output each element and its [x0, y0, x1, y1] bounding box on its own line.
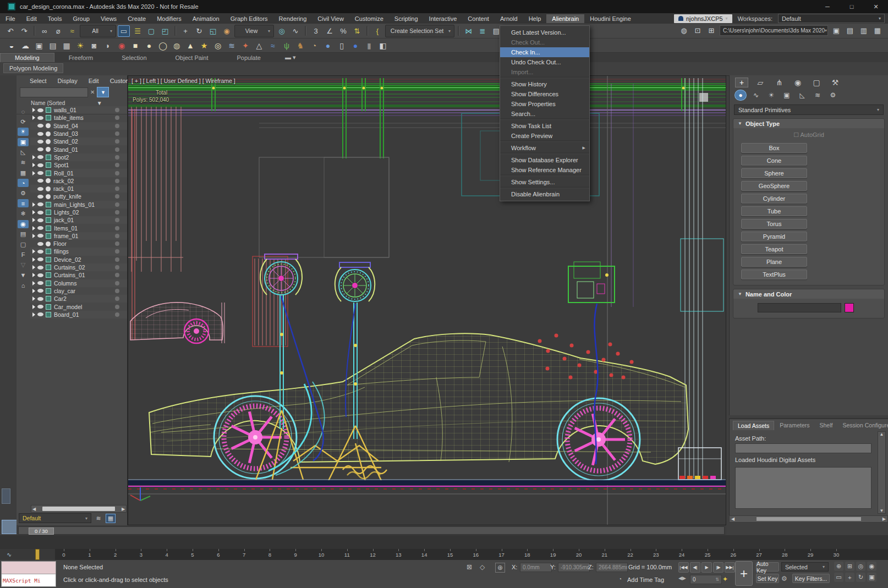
- visibility-eye-icon[interactable]: [37, 155, 43, 159]
- frozen-column-icon[interactable]: F: [18, 250, 29, 259]
- frozen-dot-icon[interactable]: [115, 194, 119, 199]
- asset-tracking-icon[interactable]: ▤: [844, 25, 856, 36]
- hierarchy-tab-icon[interactable]: ⋔: [772, 78, 786, 87]
- frozen-dot-icon[interactable]: [115, 281, 119, 285]
- explorer-hscrollbar[interactable]: ◀▶: [31, 505, 127, 513]
- frozen-dot-icon[interactable]: [115, 273, 119, 277]
- alienbrain-menu-item[interactable]: Show Reference Manager: [500, 165, 589, 175]
- maxscript-mini-listener[interactable]: MAXScript Mi: [1, 561, 56, 587]
- utilities-tab-icon[interactable]: ⚒: [829, 78, 842, 87]
- camera-create-icon[interactable]: ◙: [88, 40, 100, 51]
- current-frame-marker[interactable]: [35, 549, 40, 560]
- select-and-scale-icon[interactable]: ◱: [207, 25, 219, 37]
- project-folder-icon[interactable]: ▣: [830, 25, 842, 36]
- target-light-icon[interactable]: ◗: [102, 40, 114, 51]
- rack_01[interactable]: rack_01: [30, 185, 127, 193]
- add-create-button[interactable]: +: [735, 561, 753, 586]
- expand-arrow-icon[interactable]: [32, 265, 35, 270]
- go-to-start-button[interactable]: |◀◀: [678, 562, 689, 573]
- render-production-icon[interactable]: ⊞: [705, 25, 717, 36]
- menu-item[interactable]: Tools: [42, 14, 68, 23]
- angle-snap-icon[interactable]: ∠: [324, 25, 336, 37]
- frozen-dot-icon[interactable]: [115, 116, 119, 120]
- explorer-search-input[interactable]: [20, 87, 88, 97]
- primitive-button[interactable]: Teapot: [741, 244, 807, 254]
- frame-buffer-icon[interactable]: ▣: [33, 40, 45, 51]
- expand-arrow-icon[interactable]: [32, 155, 35, 160]
- file-reference-icon[interactable]: ▥: [858, 25, 870, 36]
- menu-item[interactable]: Help: [523, 14, 547, 23]
- maximize-viewport-icon[interactable]: ▣: [867, 573, 876, 582]
- space-warp-icon[interactable]: ≋: [226, 40, 238, 51]
- bone-tool-icon[interactable]: ✦: [239, 40, 251, 51]
- menu-item[interactable]: Views: [95, 14, 122, 23]
- selected-set-dropdown[interactable]: Selected: [781, 562, 829, 571]
- absolute-mode-icon[interactable]: ⊕: [495, 563, 505, 573]
- primitive-button[interactable]: GeoSphere: [741, 181, 807, 191]
- close-button[interactable]: ✕: [864, 0, 888, 13]
- containers-filter-icon[interactable]: ⌂: [18, 281, 29, 289]
- horse-model-icon[interactable]: ♞: [294, 40, 306, 51]
- walls_01[interactable]: walls_01: [30, 106, 127, 114]
- render-teapot-icon[interactable]: ◒: [6, 40, 18, 51]
- use-pivot-center-icon[interactable]: ◎: [276, 25, 288, 37]
- maxscript-listener-pane[interactable]: MAXScript Mi: [2, 574, 56, 586]
- foliage-icon[interactable]: ψ: [281, 40, 293, 51]
- current-frame-field[interactable]: 0⇅: [690, 575, 722, 584]
- render-setup-icon[interactable]: ◍: [678, 25, 690, 36]
- explorer-stack-icon[interactable]: ≋: [94, 514, 103, 523]
- Spot2[interactable]: Spot2: [30, 153, 127, 161]
- visibility-eye-icon[interactable]: [37, 108, 43, 112]
- houdini-tab[interactable]: Shelf: [815, 421, 837, 430]
- name-color-header[interactable]: ▼Name and Color: [733, 289, 884, 299]
- frame_01[interactable]: frame_01: [30, 232, 127, 240]
- alienbrain-menu-item[interactable]: Show Settings...: [500, 177, 589, 188]
- ribbon-tab[interactable]: Selection: [107, 53, 161, 62]
- render-list-icon[interactable]: ▤: [47, 40, 59, 51]
- zoom-all-icon[interactable]: ⊞: [845, 562, 854, 571]
- primitive-button[interactable]: Tube: [741, 206, 807, 216]
- project-path-field[interactable]: C:\Users\njohn\Documents\3ds Max 2020: [720, 25, 828, 36]
- select-and-rotate-icon[interactable]: ↻: [193, 25, 205, 37]
- named-selection-sets-icon[interactable]: {: [371, 25, 383, 37]
- undo-icon[interactable]: ↶: [4, 25, 17, 37]
- alienbrain-menu-item[interactable]: Show Task List: [500, 121, 589, 131]
- menu-item[interactable]: Group: [67, 14, 95, 23]
- reference-coordinate-dropdown[interactable]: View: [234, 25, 274, 37]
- Roll_01[interactable]: Roll_01: [30, 169, 127, 177]
- primitive-button[interactable]: Torus: [741, 219, 807, 229]
- Items_01[interactable]: Items_01: [30, 224, 127, 232]
- visibility-eye-icon[interactable]: [37, 202, 43, 206]
- frozen-dot-icon[interactable]: [115, 179, 119, 183]
- helpers-filter-icon[interactable]: ◺: [18, 148, 29, 156]
- maxscript-mini-icon[interactable]: ∿: [0, 549, 55, 560]
- Stand_01[interactable]: Stand_01: [30, 145, 127, 153]
- Stand_04[interactable]: Stand_04: [30, 122, 127, 130]
- menu-item[interactable]: Create: [122, 14, 151, 23]
- zoom-icon[interactable]: ⊕: [834, 562, 843, 571]
- menu-item[interactable]: Arnold: [495, 14, 523, 23]
- visibility-eye-icon[interactable]: [37, 226, 43, 230]
- clear-search-icon[interactable]: ✕: [90, 89, 95, 95]
- frozen-dot-icon[interactable]: [115, 202, 119, 207]
- expand-arrow-icon[interactable]: [32, 234, 35, 238]
- explorer-menu-item[interactable]: Display: [53, 77, 82, 85]
- menu-item[interactable]: Civil View: [312, 14, 349, 23]
- key-mode-toggle-icon[interactable]: ✦: [722, 575, 728, 583]
- physical-camera-icon[interactable]: ◉: [116, 40, 128, 51]
- snap-toggle-3d-icon[interactable]: 3: [310, 25, 322, 37]
- minimize-button[interactable]: ─: [815, 0, 840, 13]
- expand-arrow-icon[interactable]: [32, 218, 35, 222]
- primitive-button[interactable]: TextPlus: [741, 270, 807, 279]
- frozen-dot-icon[interactable]: [115, 210, 119, 215]
- menu-item[interactable]: Edit: [21, 14, 42, 23]
- xref-filter-icon[interactable]: ▢: [18, 240, 29, 249]
- visibility-eye-icon[interactable]: [37, 132, 43, 136]
- dock-grip[interactable]: [2, 488, 10, 504]
- select-by-name-icon[interactable]: ☰: [131, 25, 144, 37]
- alienbrain-menu-item[interactable]: Show Properties: [500, 99, 589, 109]
- sphere-primitive-icon[interactable]: ◎: [212, 40, 224, 51]
- visibility-eye-icon[interactable]: [37, 289, 43, 293]
- expand-arrow-icon[interactable]: [32, 257, 35, 262]
- unlink-selection-icon[interactable]: ⌀: [52, 25, 64, 37]
